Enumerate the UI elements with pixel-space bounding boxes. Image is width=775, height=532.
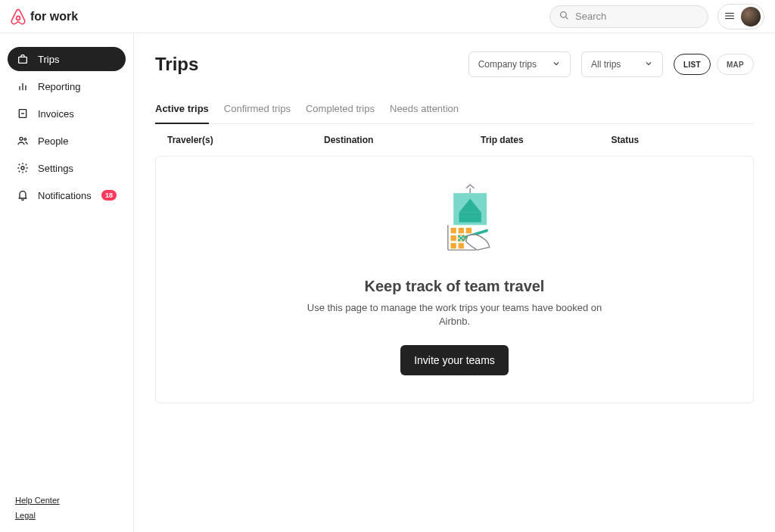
empty-state-title: Keep track of team travel bbox=[365, 278, 545, 295]
legal-link[interactable]: Legal bbox=[15, 511, 126, 520]
empty-state-illustration bbox=[413, 178, 496, 264]
dropdown-label: All trips bbox=[591, 59, 621, 70]
sidebar-item-reporting[interactable]: Reporting bbox=[8, 74, 126, 98]
help-center-link[interactable]: Help Center bbox=[15, 496, 126, 505]
toggle-label: LIST bbox=[683, 61, 701, 69]
map-view-toggle[interactable]: MAP bbox=[717, 54, 754, 75]
svg-rect-16 bbox=[459, 213, 481, 222]
svg-rect-23 bbox=[465, 228, 471, 233]
sidebar-item-settings[interactable]: Settings bbox=[8, 156, 126, 180]
invoice-icon bbox=[17, 107, 29, 120]
search-input[interactable] bbox=[575, 11, 702, 22]
tab-active-trips[interactable]: Active trips bbox=[155, 103, 209, 123]
sidebar-item-notifications[interactable]: Notifications 18 bbox=[8, 183, 126, 207]
sidebar-item-label: Notifications bbox=[38, 190, 92, 201]
gear-icon bbox=[17, 162, 29, 174]
table-header: Traveler(s) Destination Trip dates Statu… bbox=[155, 124, 754, 156]
tabs: Active trips Confirmed trips Completed t… bbox=[155, 103, 754, 124]
search-box[interactable] bbox=[549, 5, 708, 28]
svg-rect-22 bbox=[458, 228, 463, 233]
invite-teams-button[interactable]: Invite your teams bbox=[400, 345, 509, 375]
avatar bbox=[741, 7, 761, 26]
svg-point-0 bbox=[561, 11, 567, 17]
sidebar-item-label: People bbox=[38, 135, 68, 147]
main-content: Trips Company trips All trips LIST bbox=[134, 33, 775, 532]
empty-state-description: Use this page to manage the work trips y… bbox=[303, 301, 606, 328]
col-travelers: Traveler(s) bbox=[167, 135, 324, 145]
suitcase-icon bbox=[17, 53, 29, 65]
chevron-down-icon bbox=[644, 59, 653, 70]
tab-needs-attention[interactable]: Needs attention bbox=[390, 103, 459, 123]
svg-rect-28 bbox=[450, 243, 456, 248]
tab-completed-trips[interactable]: Completed trips bbox=[306, 103, 375, 123]
notification-badge: 18 bbox=[101, 190, 117, 201]
sidebar-item-label: Settings bbox=[38, 163, 73, 174]
header-right bbox=[549, 4, 764, 30]
svg-line-1 bbox=[565, 17, 568, 19]
svg-point-12 bbox=[24, 138, 26, 141]
empty-state-card: Keep track of team travel Use this page … bbox=[155, 156, 754, 403]
svg-rect-5 bbox=[19, 57, 27, 63]
sidebar: Trips Reporting Invoices bbox=[0, 33, 134, 532]
company-trips-dropdown[interactable]: Company trips bbox=[468, 51, 571, 77]
page-title: Trips bbox=[155, 54, 198, 75]
airbnb-logo-icon bbox=[11, 8, 26, 25]
sidebar-item-label: Invoices bbox=[38, 108, 74, 120]
profile-menu[interactable] bbox=[717, 4, 764, 30]
sidebar-item-label: Reporting bbox=[38, 81, 80, 92]
toggle-label: MAP bbox=[727, 61, 744, 69]
people-icon bbox=[17, 135, 29, 147]
all-trips-dropdown[interactable]: All trips bbox=[581, 51, 663, 77]
brand-text: for work bbox=[30, 10, 78, 23]
hamburger-icon bbox=[724, 10, 735, 23]
svg-rect-29 bbox=[458, 243, 463, 248]
sidebar-item-label: Trips bbox=[38, 54, 59, 65]
bar-chart-icon bbox=[17, 80, 29, 92]
tab-confirmed-trips[interactable]: Confirmed trips bbox=[224, 103, 291, 123]
sidebar-item-trips[interactable]: Trips bbox=[8, 47, 126, 71]
svg-rect-21 bbox=[450, 228, 456, 233]
svg-rect-24 bbox=[450, 235, 456, 241]
brand[interactable]: for work bbox=[11, 8, 78, 25]
col-destination: Destination bbox=[324, 135, 481, 145]
button-label: Invite your teams bbox=[414, 354, 495, 366]
bell-icon bbox=[17, 189, 29, 201]
list-view-toggle[interactable]: LIST bbox=[674, 54, 711, 75]
col-status: Status bbox=[612, 135, 742, 145]
top-header: for work bbox=[0, 0, 775, 33]
sidebar-item-people[interactable]: People bbox=[8, 129, 126, 153]
sidebar-item-invoices[interactable]: Invoices bbox=[8, 101, 126, 126]
col-trip-dates: Trip dates bbox=[481, 135, 612, 145]
search-icon bbox=[559, 10, 569, 23]
svg-point-13 bbox=[21, 166, 24, 170]
dropdown-label: Company trips bbox=[478, 59, 537, 70]
chevron-down-icon bbox=[552, 59, 561, 70]
svg-point-11 bbox=[20, 137, 23, 140]
